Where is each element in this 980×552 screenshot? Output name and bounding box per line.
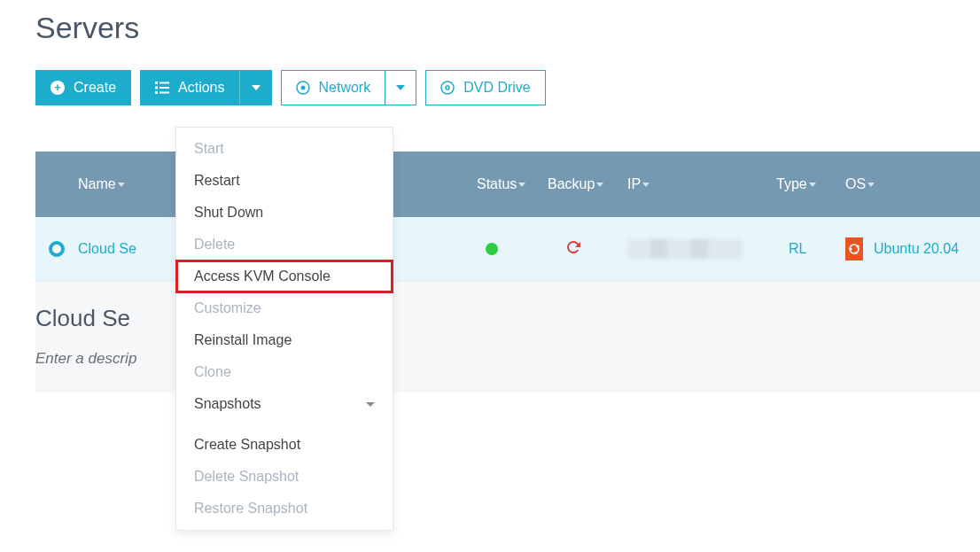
col-ip-label: IP [627,176,641,192]
svg-point-8 [441,82,454,94]
caret-down-icon [366,402,375,407]
sort-icon [118,183,125,187]
menu-access-kvm-console[interactable]: Access KVM Console [175,260,393,293]
actions-button[interactable]: Actions [140,70,239,105]
caret-down-icon [396,85,405,90]
plus-circle-icon: + [51,81,65,95]
row-name[interactable]: Cloud Se [78,241,179,257]
create-label: Create [74,80,116,96]
svg-point-9 [446,86,449,89]
col-os-label: OS [845,176,866,192]
svg-rect-5 [159,92,169,94]
col-type[interactable]: Type [776,176,845,192]
col-status-label: Status [477,176,517,192]
menu-shutdown[interactable]: Shut Down [176,197,393,229]
row-os: Ubuntu 20.04 [874,241,959,257]
sort-icon [867,183,875,187]
create-button[interactable]: + Create [35,70,131,105]
menu-snapshots[interactable]: Snapshots [176,388,393,420]
sort-icon [518,183,525,187]
actions-dropdown-toggle[interactable] [240,70,272,105]
svg-point-7 [300,86,305,90]
svg-rect-0 [155,82,158,84]
network-button[interactable]: Network [281,70,385,105]
actions-button-group: Actions [140,70,271,105]
actions-dropdown: Start Restart Shut Down Delete Access KV… [175,127,393,531]
menu-restart[interactable]: Restart [176,165,393,197]
backup-history-icon[interactable] [564,244,581,259]
col-backup[interactable]: Backup [548,176,627,192]
actions-label: Actions [178,80,224,96]
network-label: Network [319,80,371,96]
dvd-button[interactable]: DVD Drive [425,70,546,105]
menu-create-snapshot[interactable]: Create Snapshot [176,429,393,461]
col-name-label: Name [78,176,116,192]
dvd-label: DVD Drive [463,80,531,96]
menu-delete-snapshot: Delete Snapshot [176,461,393,493]
status-running-icon [486,243,498,255]
network-icon [296,81,310,95]
svg-point-12 [849,247,852,250]
menu-restore-snapshot: Restore Snapshot [176,493,393,525]
list-icon [155,81,169,95]
row-ip-redacted [627,239,743,259]
ubuntu-icon [845,237,863,260]
row-type: RL [789,241,806,256]
disc-icon [440,81,455,95]
svg-point-13 [854,252,857,254]
col-ip[interactable]: IP [627,176,776,192]
sort-icon [809,183,816,187]
menu-clone: Clone [176,356,393,388]
svg-rect-1 [159,82,169,84]
col-status[interactable]: Status [477,176,548,192]
menu-snapshots-label: Snapshots [194,396,261,412]
col-os[interactable]: OS [845,176,980,192]
svg-point-11 [856,245,859,247]
network-dropdown-toggle[interactable] [385,70,416,105]
toolbar: + Create Actions Network [35,70,980,105]
svg-rect-3 [159,87,169,89]
svg-rect-2 [155,87,158,89]
col-backup-label: Backup [548,176,595,192]
menu-delete: Delete [176,229,393,260]
sort-icon [642,183,649,187]
page-title: Servers [35,11,980,45]
network-button-group: Network [281,70,417,105]
sort-icon [596,183,603,187]
col-name[interactable]: Name [78,176,179,192]
menu-customize: Customize [176,292,393,324]
menu-reinstall-image[interactable]: Reinstall Image [176,324,393,356]
menu-start: Start [176,133,393,165]
caret-down-icon [252,85,261,90]
svg-rect-4 [155,91,158,94]
row-select-radio[interactable] [49,241,65,257]
col-type-label: Type [776,176,807,192]
